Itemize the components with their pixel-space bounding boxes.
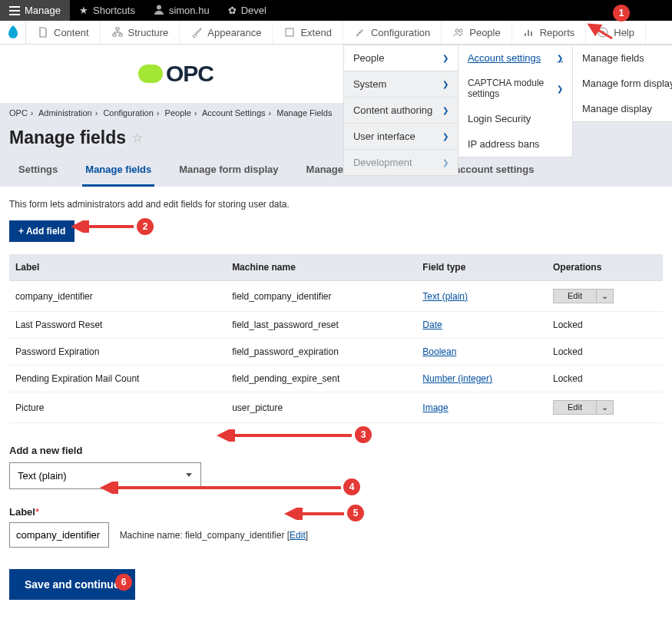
submenu-system-label: System (353, 78, 386, 90)
user-label: simon.hu (169, 5, 210, 16)
people-label: People (469, 27, 500, 38)
field-type-link[interactable]: Number (integer) (422, 373, 492, 384)
devel-label: Devel (241, 5, 266, 16)
captcha-label: CAPTCHA module settings (468, 78, 557, 99)
config-submenu: People ❯ System ❯ Content authoring ❯ Us… (343, 45, 458, 176)
add-field-button[interactable]: + Add field (9, 220, 74, 242)
cell-ops: Locked (547, 312, 663, 339)
cell-ops: Edit⌄ (547, 281, 663, 312)
annotation-6: 6 (115, 574, 132, 591)
crumb-admin[interactable]: Administration (38, 108, 92, 118)
table-row: Last Password Resetfield_last_password_r… (9, 312, 663, 339)
menu-configuration[interactable]: Configuration (343, 21, 442, 44)
edit-dropdown-button[interactable]: Edit⌄ (553, 400, 614, 415)
gear-icon: ✿ (228, 5, 237, 16)
chart-icon (523, 26, 535, 38)
crumb-account[interactable]: Account Settings (202, 108, 266, 118)
brand-logo: OPC (138, 61, 214, 87)
crumb-opc[interactable]: OPC (9, 108, 28, 118)
cell-ops: Locked (547, 366, 663, 392)
machine-name-edit-link[interactable]: Edit (290, 530, 306, 541)
tab-settings[interactable]: Settings (15, 156, 61, 187)
chevron-down-icon: ⌄ (596, 290, 613, 303)
submenu-ip-bans[interactable]: IP address bans (458, 131, 572, 157)
account-settings-label: Account settings (468, 52, 541, 64)
hamburger-icon (9, 6, 20, 15)
crumb-people[interactable]: People (165, 108, 191, 118)
reports-label: Reports (540, 27, 575, 38)
submenu-content-authoring[interactable]: Content authoring ❯ (344, 98, 458, 124)
toolbar-manage[interactable]: Manage (0, 0, 70, 21)
submenu-system[interactable]: System ❯ (344, 71, 458, 98)
favorite-star-icon[interactable]: ☆ (132, 131, 143, 145)
col-label: Label (9, 254, 226, 281)
menu-structure[interactable]: Structure (101, 21, 180, 44)
shortcuts-label: Shortcuts (93, 5, 135, 16)
submenu-development[interactable]: Development ❯ (344, 150, 458, 175)
menu-people[interactable]: People (442, 21, 511, 44)
help-text: This form lets administrators add and ed… (9, 199, 663, 210)
tab-manage-fields[interactable]: Manage fields (82, 156, 154, 187)
wrench-icon (354, 26, 366, 38)
submenu-user-interface[interactable]: User interface ❯ (344, 124, 458, 150)
toolbar-user[interactable]: simon.hu (144, 0, 219, 21)
content-label: Content (54, 27, 89, 38)
field-type-link[interactable]: Boolean (422, 346, 456, 357)
submenu-manage-display[interactable]: Manage display (573, 96, 672, 121)
people-submenu: Account settings ❯ CAPTCHA module settin… (458, 45, 573, 157)
label-input[interactable] (9, 522, 109, 548)
extend-label: Extend (300, 27, 331, 38)
svg-rect-1 (116, 28, 119, 30)
svg-point-6 (459, 29, 462, 32)
field-type-link[interactable]: Image (422, 402, 448, 413)
menu-reports[interactable]: Reports (512, 21, 587, 44)
machine-name-text: Machine name: field_company_identifier [… (120, 530, 309, 541)
help-label: Help (614, 27, 634, 38)
tab-manage-form-display[interactable]: Manage form display (176, 156, 281, 187)
chevron-right-icon: ❯ (557, 54, 563, 62)
submenu-account-settings[interactable]: Account settings ❯ (458, 45, 572, 71)
cell-machine: field_last_password_reset (226, 312, 416, 339)
fields-table: Label Machine name Field type Operations… (9, 254, 663, 423)
admin-menu: Content Structure Appearance Extend Conf… (0, 21, 672, 45)
submenu-manage-fields[interactable]: Manage fields (573, 45, 672, 71)
brush-icon (190, 26, 203, 38)
col-ops: Operations (547, 254, 663, 281)
col-machine: Machine name (226, 254, 416, 281)
crumb-manage-fields[interactable]: Manage Fields (276, 108, 332, 118)
arrow-3 (217, 429, 355, 442)
toolbar-devel[interactable]: ✿ Devel (219, 0, 276, 21)
menu-extend[interactable]: Extend (273, 21, 343, 44)
svg-line-9 (589, 25, 612, 38)
submenu-people[interactable]: People ❯ (344, 45, 458, 71)
menu-appearance[interactable]: Appearance (180, 21, 273, 44)
structure-icon (111, 26, 124, 38)
edit-dropdown-button[interactable]: Edit⌄ (553, 289, 614, 303)
table-row: company_identifierfield_company_identifi… (9, 281, 663, 312)
field-type-link[interactable]: Text (plain) (422, 291, 468, 302)
crumb-config[interactable]: Configuration (103, 108, 153, 118)
cell-label: Picture (9, 392, 226, 423)
page-title: Manage fields (9, 127, 126, 148)
account-settings-submenu: Manage fields Manage form display Manage… (572, 45, 672, 122)
user-icon (154, 4, 164, 17)
arrow-5 (284, 508, 347, 520)
cell-machine: user_picture (226, 392, 416, 423)
menu-content[interactable]: Content (26, 21, 101, 44)
table-row: Pending Expiration Mail Countfield_pendi… (9, 366, 663, 392)
toolbar-shortcuts[interactable]: ★ Shortcuts (70, 0, 144, 21)
top-toolbar: Manage ★ Shortcuts simon.hu ✿ Devel (0, 0, 672, 21)
add-new-field-title: Add a new field (9, 445, 663, 456)
submenu-manage-form-display[interactable]: Manage form display (573, 71, 672, 96)
structure-label: Structure (128, 27, 169, 38)
field-type-link[interactable]: Date (422, 319, 442, 330)
cell-type: Number (integer) (416, 366, 547, 392)
submenu-captcha[interactable]: CAPTCHA module settings ❯ (458, 71, 572, 106)
submenu-people-label: People (353, 52, 384, 64)
annotation-3: 3 (355, 426, 372, 443)
submenu-login-security[interactable]: Login Security (458, 106, 572, 131)
chevron-right-icon: ❯ (557, 84, 563, 93)
drupal-logo[interactable] (0, 21, 26, 44)
configuration-label: Configuration (371, 27, 430, 38)
svg-point-0 (157, 5, 161, 10)
